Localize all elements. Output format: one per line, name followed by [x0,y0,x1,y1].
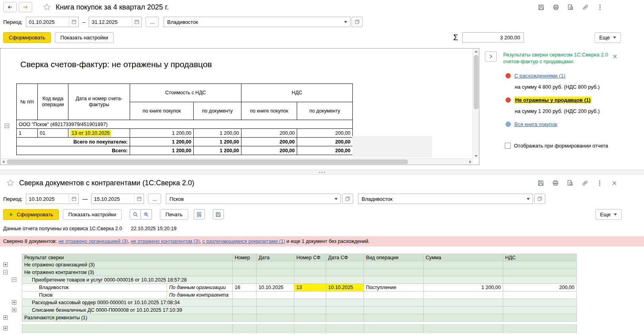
organization-combo[interactable]: Владивосток [358,194,533,204]
expander-icon[interactable]: − [3,270,8,274]
chevron-down-icon[interactable] [341,17,350,27]
period-choice-button[interactable]: ... [148,194,161,204]
whole-book-link[interactable]: Вся книга покупок [514,121,557,127]
print-button[interactable]: Печать [160,209,188,220]
red-dot-icon [506,97,511,103]
print-icon[interactable] [551,2,561,12]
scroll-left-icon[interactable] [0,159,6,165]
group-row-different-details[interactable]: + Различаются реквизиты (1) [0,314,644,322]
scroll-up-icon[interactable] [473,49,479,54]
expander-icon[interactable]: + [12,308,16,312]
open-organization-button[interactable] [352,17,363,27]
total-label: Всего: [17,146,130,155]
save-icon[interactable] [536,2,546,12]
horizontal-scroll-thumb[interactable] [7,159,408,164]
group-row-not-reflected-counterparty[interactable]: − Не отражено контрагентом (3) [0,269,644,276]
generate-button[interactable]: Сформировать [3,209,59,220]
app-window: Книга покупок за 4 квартал 2025 г. Перио… [0,0,644,333]
not-reflected-counterparty-link[interactable]: не отражено контрагентом (3) [130,239,199,244]
open-organization-button[interactable] [534,194,545,204]
show-settings-button[interactable]: Показать настройки [55,32,114,43]
reconciliation-side-panel: Результаты сверки сервисом 1С:Сверка 2.0… [479,48,644,165]
vertical-scrollbar[interactable] [473,49,479,159]
document-group-row[interactable]: + Расходный кассовый ордер 0000-000001 о… [0,299,644,307]
period-from-input[interactable] [26,196,69,202]
preview-icon[interactable] [194,209,205,219]
more-button[interactable]: Еще [595,32,621,43]
total-buyer-row[interactable]: Всего по покупателю: 1 200,00 1 200,00 2… [17,138,353,146]
discrepancies-link[interactable]: С расхождениями (1) [514,73,565,79]
period-to-input[interactable] [91,196,134,202]
collapse-panel-button[interactable] [485,51,497,62]
counterparty-data-row[interactable]: Псков По данным контрагента [0,291,644,299]
search-icon[interactable] [130,209,141,219]
not-reflected-link[interactable]: Не отражены у продавцов (1) [514,97,591,103]
more-menu-icon[interactable] [595,2,605,12]
calendar-icon[interactable] [69,194,78,204]
counterparty-combo[interactable]: Псков [166,194,341,204]
banner-separator: , [200,239,202,244]
horizontal-scrollbar[interactable] [0,158,473,165]
col-vat: НДС [241,84,353,102]
find-icon[interactable] [565,2,576,12]
sum-total-input[interactable] [462,32,524,43]
generate-button[interactable]: Сформировать [3,32,51,43]
expander-icon[interactable]: + [3,315,8,320]
period-to-input[interactable] [89,19,132,25]
total-row[interactable]: Всего: 1 200,00 1 200,00 200,00 200,00 [17,146,353,155]
invoice-row[interactable]: 1 01 13 от 10.10.2025 1 200,00 1 200,00 … [17,129,353,138]
close-icon[interactable] [609,178,619,188]
header-row: № п/п Код вида операции Дата и номер сче… [17,84,353,102]
different-details-link[interactable]: с различающимися реквизитами (1) [202,239,285,244]
document-group-row[interactable]: + Списание безналичных ДС 0000-П000008 о… [0,307,644,314]
organization-data-row[interactable]: Владивосток По данным организации 16 10.… [0,284,644,291]
group-row-not-reflected-org[interactable]: + Не отражено организацией (3) [0,261,644,269]
show-on-generate-checkbox[interactable] [505,143,511,149]
expander-icon[interactable]: + [12,300,16,305]
report-area: Сверка счетов-фактур: не отражены у прод… [0,48,479,165]
forward-button[interactable] [19,2,32,12]
calendar-icon[interactable] [132,17,141,27]
save-icon[interactable] [535,178,546,188]
link-icon[interactable] [580,178,590,188]
open-counterparty-button[interactable] [342,194,353,204]
vat-value [503,291,577,299]
status-timestamp: 22.10.2025 15:20:19 [131,226,177,231]
total-buyer-vat-book: 200,00 [241,138,297,146]
favorite-star-icon[interactable] [6,179,14,187]
link-icon[interactable] [580,2,590,12]
more-button[interactable]: Еще [595,209,622,220]
print-icon[interactable] [550,178,560,188]
table-header-row: Результат сверки Номер Дата Номер СФ Дат… [0,254,644,261]
more-menu-icon[interactable] [594,178,605,188]
chevron-down-icon[interactable] [332,194,340,204]
group-row-seller[interactable]: ООО "Псков" (4921733979/451901897) [17,120,353,129]
chevron-down-icon[interactable] [524,194,533,204]
period-choice-button[interactable]: ... [146,17,159,27]
expander-icon[interactable]: − [12,278,16,282]
vertical-scroll-track[interactable] [473,54,479,153]
expander-icon[interactable]: + [3,326,8,330]
find-icon[interactable] [565,178,575,188]
group-expander[interactable]: − [5,124,9,128]
scroll-right-icon[interactable] [467,159,473,165]
vertical-scroll-thumb[interactable] [474,55,479,109]
back-button[interactable] [3,2,17,12]
organization-combo[interactable]: Владивосток [163,17,350,27]
favorite-star-icon[interactable] [43,3,51,11]
document-group-row[interactable]: − Приобретение товаров и услуг 0000-0000… [0,276,644,284]
whole-book-item: Вся книга покупок [506,120,644,128]
search-next-icon[interactable] [141,209,152,219]
calendar-icon[interactable] [134,194,144,204]
period-from-input[interactable] [26,19,69,25]
show-settings-button[interactable]: Показать настройки [63,209,122,220]
scroll-down-icon[interactable] [473,153,479,159]
horizontal-scroll-track[interactable] [6,159,467,165]
panel-splitter[interactable] [0,170,644,175]
not-reflected-org-link[interactable]: не отражено организацией (3) [58,239,128,244]
calendar-icon[interactable] [69,17,78,27]
expander-icon[interactable]: + [3,262,8,267]
save-icon[interactable] [213,209,224,219]
group-row-partial[interactable]: + [0,324,644,333]
close-icon[interactable] [611,52,619,61]
